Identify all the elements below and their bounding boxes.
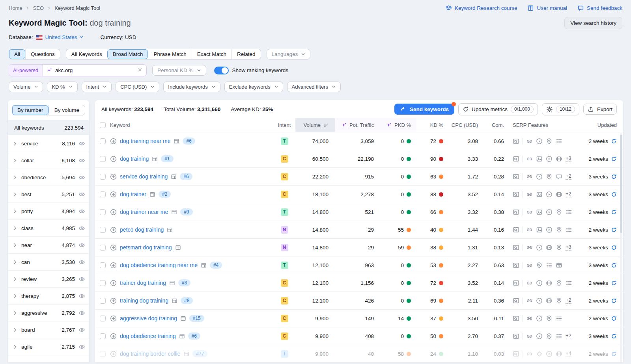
eye-icon[interactable] (78, 140, 85, 147)
add-keyword-icon[interactable] (110, 138, 117, 145)
serp-preview-icon[interactable] (513, 209, 519, 215)
serp-preview-icon[interactable] (513, 138, 519, 145)
add-keyword-icon[interactable] (110, 262, 117, 269)
settings-button[interactable]: 10/12 (542, 103, 579, 115)
sidebar-group-agile[interactable]: agile2,715 (8, 338, 89, 355)
intent-badge[interactable]: N (281, 226, 288, 234)
rank-badge[interactable]: #3 (178, 279, 190, 286)
refresh-keyword-icon[interactable] (611, 191, 617, 197)
tab-questions[interactable]: Questions (25, 49, 60, 59)
add-keyword-icon[interactable] (110, 209, 117, 215)
rank-badge[interactable]: #1 (161, 155, 173, 162)
keyword-link[interactable]: dog trainer (120, 191, 146, 197)
keyword-link[interactable]: training dog training (120, 297, 168, 304)
tab-all[interactable]: All (9, 49, 25, 59)
rank-badge[interactable]: #2 (159, 191, 171, 198)
filter-include-keywords[interactable]: Include keywords (163, 82, 220, 92)
tab-exact-match[interactable]: Exact Match (192, 49, 231, 59)
table-scrollbar-thumb[interactable] (620, 135, 622, 233)
show-ranking-keywords-toggle[interactable] (214, 67, 229, 74)
sidebar-group-collar[interactable]: collar6,108 (8, 152, 89, 169)
select-all-checkbox[interactable] (100, 122, 106, 128)
serp-snapshot-icon[interactable] (180, 316, 186, 321)
refresh-keyword-icon[interactable] (611, 333, 617, 339)
send-feedback-link[interactable]: Send feedback (577, 5, 622, 11)
row-checkbox[interactable] (100, 333, 106, 339)
row-checkbox[interactable] (100, 138, 106, 144)
add-keyword-icon[interactable] (110, 191, 117, 198)
sidebar-tab-by-volume[interactable]: By volume (49, 105, 85, 115)
intent-badge[interactable]: C (281, 297, 288, 305)
eye-icon[interactable] (78, 344, 85, 350)
row-checkbox[interactable] (100, 227, 106, 233)
row-checkbox[interactable] (100, 245, 106, 251)
intent-badge[interactable]: C (281, 332, 288, 340)
serp-more-features[interactable]: +2 (566, 333, 571, 339)
keyword-research-course-link[interactable]: Keyword Research course (445, 5, 517, 11)
serp-snapshot-icon[interactable] (175, 245, 181, 251)
col-kd[interactable]: KD % (416, 118, 449, 132)
keyword-link[interactable]: aggressive dog training (120, 315, 177, 321)
keyword-link[interactable]: dog obedience training near me (120, 262, 198, 268)
eye-icon[interactable] (78, 293, 85, 299)
add-keyword-icon[interactable] (110, 156, 117, 162)
keyword-link[interactable]: dog training near me (120, 138, 170, 144)
row-checkbox[interactable] (100, 156, 106, 162)
rank-badge[interactable]: #15 (189, 315, 204, 322)
add-keyword-icon[interactable] (110, 227, 117, 233)
add-keyword-icon[interactable] (110, 244, 117, 251)
intent-badge[interactable]: N (281, 244, 288, 251)
refresh-keyword-icon[interactable] (611, 262, 617, 268)
add-keyword-icon[interactable] (110, 333, 117, 340)
breadcrumb-item-seo[interactable]: SEO (33, 5, 44, 11)
row-checkbox[interactable] (100, 351, 106, 357)
eye-icon[interactable] (78, 276, 85, 282)
refresh-keyword-icon[interactable] (611, 316, 617, 321)
serp-preview-icon[interactable] (513, 333, 519, 340)
sidebar-group-near[interactable]: near4,874 (8, 237, 89, 254)
sidebar-group-board[interactable]: board2,767 (8, 321, 89, 338)
tab-phrase-match[interactable]: Phrase Match (148, 49, 191, 59)
filter-exclude-keywords[interactable]: Exclude keywords (224, 82, 283, 92)
serp-preview-icon[interactable] (513, 173, 519, 180)
add-keyword-icon[interactable] (110, 173, 117, 180)
serp-snapshot-icon[interactable] (152, 156, 158, 162)
serp-more-features[interactable]: +4 (566, 351, 571, 357)
filter-advanced-filters[interactable]: Advanced filters (287, 82, 341, 92)
sidebar-group-can[interactable]: can3,530 (8, 254, 89, 271)
clear-search-icon[interactable] (138, 67, 146, 73)
sidebar-group-class[interactable]: class4,985 (8, 220, 89, 237)
sidebar-group-service[interactable]: service8,116 (8, 135, 89, 152)
update-metrics-button[interactable]: Update metrics 0/1,000 (458, 103, 538, 115)
sidebar-group-aggressive[interactable]: aggressive2,792 (8, 305, 89, 321)
refresh-keyword-icon[interactable] (611, 156, 617, 162)
send-keywords-button[interactable]: Send keywords (394, 104, 454, 115)
add-keyword-icon[interactable] (110, 315, 117, 322)
sidebar-group-potty[interactable]: potty4,994 (8, 203, 89, 220)
serp-snapshot-icon[interactable] (149, 191, 155, 197)
serp-snapshot-icon[interactable] (183, 351, 189, 357)
serp-snapshot-icon[interactable] (167, 227, 173, 233)
add-keyword-icon[interactable] (110, 297, 117, 304)
user-manual-link[interactable]: User manual (527, 5, 567, 11)
col-com[interactable]: Com. (484, 118, 508, 132)
rank-badge[interactable]: #6 (183, 137, 195, 145)
sidebar-tab-by-number[interactable]: By number (12, 105, 49, 115)
keyword-link[interactable]: dog training border collie (120, 351, 180, 357)
serp-preview-icon[interactable] (513, 315, 519, 322)
intent-badge[interactable]: C (281, 315, 288, 322)
serp-snapshot-icon[interactable] (201, 262, 207, 268)
serp-snapshot-icon[interactable] (169, 280, 175, 286)
filter-cpc-usd[interactable]: CPC (USD) (116, 82, 159, 92)
rank-badge[interactable]: #9 (180, 208, 192, 215)
eye-icon[interactable] (78, 242, 85, 249)
serp-preview-icon[interactable] (513, 280, 519, 286)
keyword-link[interactable]: trainer dog training (120, 280, 166, 286)
rank-badge[interactable]: #4 (210, 262, 222, 269)
rank-badge[interactable]: #6 (180, 173, 192, 180)
keyword-link[interactable]: service dog training (120, 173, 168, 180)
eye-icon[interactable] (78, 225, 85, 232)
rank-badge[interactable]: #77 (192, 350, 207, 357)
eye-icon[interactable] (78, 327, 85, 333)
serp-preview-icon[interactable] (513, 191, 519, 198)
